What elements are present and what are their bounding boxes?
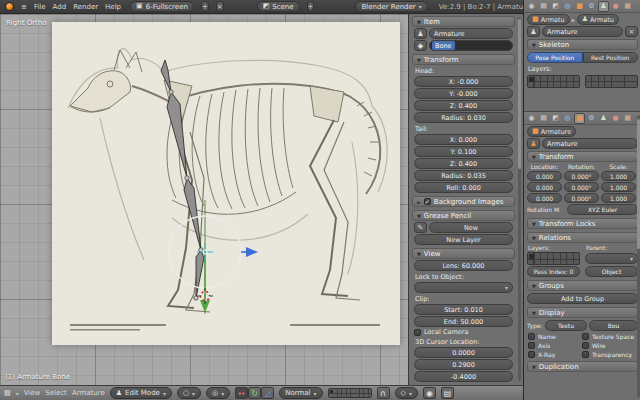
grease-pencil-header[interactable]: ▼ Grease Pencil — [412, 210, 515, 221]
wire-checkbox[interactable] — [582, 342, 589, 349]
opengl-render-anim-button[interactable]: ▤ — [441, 387, 454, 399]
local-camera-checkbox[interactable] — [414, 329, 421, 336]
active-layer-cell[interactable] — [330, 390, 333, 393]
screen-layout-selector[interactable]: ▣ 6-Fullscreen — [130, 1, 194, 12]
transform-locks-panel-header[interactable]: ▼ Transform Locks — [527, 218, 638, 229]
display-name-checkbox[interactable] — [528, 333, 535, 340]
world-tab[interactable]: ◍ — [562, 113, 573, 124]
menu-armature[interactable]: Armature — [72, 389, 105, 397]
cursor-z-field[interactable]: -0.4000 — [414, 371, 513, 382]
n-panel-scrollbar[interactable] — [518, 17, 521, 381]
object-layers-widget[interactable] — [527, 252, 580, 265]
pivot-selector[interactable]: ◎ ▾ — [206, 387, 230, 399]
new-layer-button[interactable]: New Layer — [414, 234, 513, 245]
object-tab[interactable]: ■ — [574, 113, 585, 124]
armature-layers-widget[interactable] — [527, 75, 580, 88]
render-layers-tab[interactable]: ▤ — [538, 1, 549, 12]
cursor-y-field[interactable]: 0.2900 — [414, 359, 513, 370]
viewport-3d[interactable]: Right Ortho (1) Armature Bone ▼ Item ♟ A… — [0, 14, 523, 385]
breadcrumb-object[interactable]: ■ Armature — [527, 126, 576, 137]
menu-add[interactable]: Add — [53, 3, 67, 11]
scale-z-field[interactable]: 1.000 — [601, 193, 636, 203]
parent-type-selector[interactable]: Object — [585, 266, 638, 277]
grease-pencil-new-button[interactable]: New — [429, 222, 513, 233]
head-z-field[interactable]: Z: 0.400 — [414, 100, 513, 111]
snap-element-selector[interactable]: ◇ ▾ — [395, 387, 418, 399]
menu-view[interactable]: View — [24, 389, 41, 397]
groups-panel-header[interactable]: ▼ Groups — [527, 280, 638, 291]
active-layer-cell[interactable] — [529, 254, 534, 259]
bone-name-field[interactable]: Bone — [429, 40, 513, 51]
display-bounds-selector[interactable]: Bou — [589, 320, 638, 331]
scrollbar-thumb[interactable] — [518, 19, 521, 169]
head-x-field[interactable]: X: -0.000 — [414, 76, 513, 87]
viewport-editor-icon[interactable]: ▧ — [4, 390, 11, 397]
material-tab[interactable]: ● — [610, 113, 621, 124]
scale-x-field[interactable]: 1.000 — [601, 171, 636, 181]
snap-magnet-button[interactable]: ∩ — [377, 387, 390, 399]
render-tab[interactable]: ◉ — [526, 1, 537, 12]
rest-position-button[interactable]: Rest Position — [583, 52, 639, 63]
modifiers-tab[interactable]: ⚙ — [586, 1, 597, 12]
render-layers-tab[interactable]: ▤ — [538, 113, 549, 124]
scene-tab[interactable]: ◩ — [550, 113, 561, 124]
render-tab[interactable]: ◉ — [526, 113, 537, 124]
scale-y-field[interactable]: 1.000 — [601, 182, 636, 192]
scene-selector[interactable]: ◩ Scene — [257, 1, 300, 12]
texture-tab[interactable]: ▦ — [622, 1, 633, 12]
location-z-field[interactable]: 0.000 — [527, 193, 562, 203]
clip-end-field[interactable]: End: 50.000 — [414, 316, 513, 327]
tail-x-field[interactable]: X: 0.000 — [414, 134, 513, 145]
add-scene-button[interactable]: + — [307, 1, 315, 12]
opengl-render-button[interactable]: ◉ — [423, 387, 436, 399]
add-layout-button[interactable]: + — [201, 1, 209, 12]
unlink-datablock-button[interactable]: × — [625, 26, 638, 37]
pass-index-field[interactable]: Pass Index: 0 — [527, 266, 580, 277]
world-tab[interactable]: ◍ — [562, 1, 573, 12]
tail-z-field[interactable]: Z: 0.400 — [414, 158, 513, 169]
transform-panel-header[interactable]: ▼ Transform — [412, 54, 515, 65]
armature-id-name-field[interactable]: Armature — [542, 26, 623, 37]
parent-field[interactable]: ▾ — [585, 253, 638, 264]
duplication-panel-header[interactable]: ▼ Duplication — [527, 361, 638, 372]
rotate-manipulator-button[interactable]: ↻ — [248, 387, 261, 399]
background-images-header[interactable]: ► ✓ Background Images — [412, 196, 515, 207]
roll-field[interactable]: Roll: 0.000 — [414, 182, 513, 193]
menu-file[interactable]: File — [34, 3, 46, 11]
transform-panel-header[interactable]: ▼ Transform — [527, 151, 638, 162]
scene-layers-widget[interactable] — [328, 388, 372, 398]
head-y-field[interactable]: Y: -0.000 — [414, 88, 513, 99]
orientation-selector[interactable]: Normal ▾ — [279, 387, 322, 399]
breadcrumb-object[interactable]: ■ Armatu — [527, 14, 570, 25]
object-tab[interactable]: ■ — [574, 1, 585, 12]
object-id-name-field[interactable]: Armature — [542, 138, 638, 149]
scene-tab[interactable]: ◩ — [550, 1, 561, 12]
material-tab[interactable]: ● — [610, 1, 621, 12]
rotation-y-field[interactable]: 0.000° — [564, 182, 599, 192]
lens-field[interactable]: Lens: 60.000 — [414, 260, 513, 271]
active-layer-cell[interactable] — [529, 77, 534, 82]
pencil-icon[interactable]: ✎ — [414, 222, 427, 233]
xray-checkbox[interactable] — [528, 351, 535, 358]
texture-tab[interactable]: ▦ — [622, 113, 633, 124]
display-panel-header[interactable]: ▼ Display — [527, 307, 638, 318]
rotation-x-field[interactable]: 0.000° — [564, 171, 599, 181]
background-images-checkbox[interactable]: ✓ — [424, 198, 431, 205]
tail-radius-field[interactable]: Radius: 0.035 — [414, 170, 513, 181]
mode-selector[interactable]: ♟ Edit Mode ▾ — [110, 387, 172, 399]
display-axis-checkbox[interactable] — [528, 342, 535, 349]
translate-manipulator-button[interactable]: ↔ — [235, 387, 248, 399]
pose-position-button[interactable]: Pose Position — [527, 52, 583, 63]
delete-layout-button[interactable]: × — [216, 1, 224, 12]
breadcrumb-data[interactable]: ♟ Armatu — [577, 14, 619, 25]
rotation-mode-selector[interactable]: XYZ Euler — [567, 204, 638, 215]
cursor-x-field[interactable]: 0.0000 — [414, 347, 513, 358]
head-radius-field[interactable]: Radius: 0.030 — [414, 112, 513, 123]
transparency-checkbox[interactable] — [582, 351, 589, 358]
armature-data-tab[interactable]: ♟ — [598, 1, 609, 12]
add-to-group-button[interactable]: Add to Group — [527, 293, 638, 304]
relations-panel-header[interactable]: ▼ Relations — [527, 232, 638, 243]
menu-render[interactable]: Render — [73, 3, 98, 11]
shading-selector[interactable]: ○ ▾ — [177, 387, 201, 399]
object-name-field[interactable]: Armature — [429, 28, 513, 39]
